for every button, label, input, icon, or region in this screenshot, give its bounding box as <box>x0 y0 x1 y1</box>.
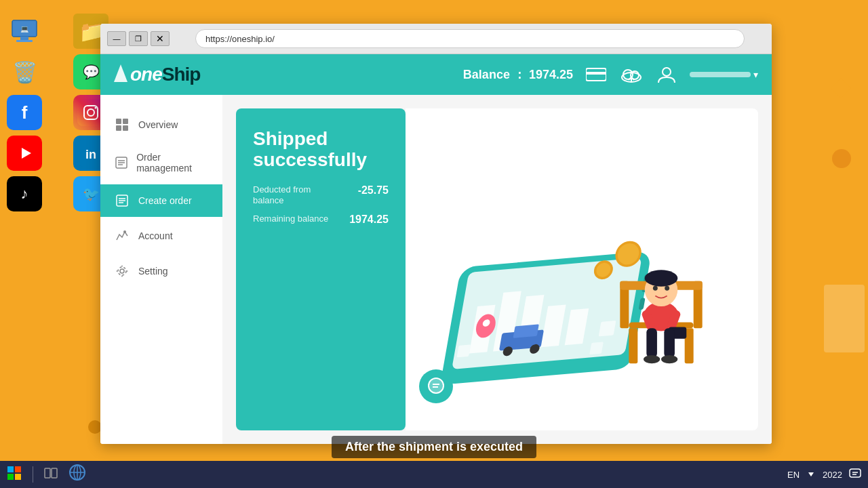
svg-marker-17 <box>114 64 127 82</box>
taskbar-right: EN 2022 <box>787 468 861 481</box>
sidebar: Overview Order management <box>100 95 222 444</box>
start-button[interactable] <box>7 466 22 484</box>
app-main: Overview Order management <box>100 95 772 444</box>
logo-text: oneShip <box>130 64 200 85</box>
sidebar-item-overview[interactable]: Overview <box>100 108 222 141</box>
deducted-row: Deducted from balance -25.75 <box>253 184 389 207</box>
user-icon[interactable] <box>654 62 679 87</box>
create-order-icon <box>114 192 130 209</box>
svg-point-12 <box>95 107 97 109</box>
success-details: Deducted from balance -25.75 Remaining b… <box>253 184 389 226</box>
svg-text:💻: 💻 <box>20 24 29 33</box>
taskview-button[interactable] <box>44 468 58 482</box>
svg-rect-61 <box>589 342 604 354</box>
browser-controls: — ❐ ✕ <box>107 31 170 46</box>
svg-rect-2 <box>20 37 28 40</box>
svg-point-71 <box>653 286 658 291</box>
browser-chrome: — ❐ ✕ https://oneship.io/ <box>100 24 772 54</box>
monitor-icon[interactable]: 💻 <box>7 14 42 49</box>
svg-rect-63 <box>629 328 637 363</box>
svg-point-38 <box>120 269 124 273</box>
deco-circle <box>832 149 851 168</box>
trash-icon[interactable]: 🗑️ <box>7 54 42 89</box>
create-order-label: Create order <box>138 195 192 206</box>
svg-rect-95 <box>850 469 861 477</box>
deducted-label: Deducted from balance <box>253 184 341 207</box>
address-bar[interactable]: https://oneship.io/ <box>195 29 745 48</box>
svg-rect-25 <box>116 119 121 124</box>
overview-icon <box>114 117 130 133</box>
svg-rect-3 <box>16 40 33 42</box>
setting-label: Setting <box>138 266 168 277</box>
taskbar: EN 2022 <box>0 461 868 488</box>
remaining-label: Remaining balance <box>253 214 328 225</box>
svg-rect-76 <box>646 328 657 357</box>
payment-icon[interactable] <box>584 62 608 87</box>
svg-rect-84 <box>7 466 14 472</box>
order-management-label: Order management <box>136 152 209 174</box>
minimize-button[interactable]: — <box>107 31 126 46</box>
svg-rect-60 <box>599 321 616 337</box>
account-label: Account <box>138 230 173 241</box>
svg-point-37 <box>123 230 126 233</box>
header-right: Balance ： 1974.25 <box>463 62 758 87</box>
overview-label: Overview <box>138 119 178 130</box>
deco-circle-bottom <box>88 420 102 434</box>
subtitle-text: After the shipment is executed <box>332 436 536 458</box>
app-header: oneShip Balance ： 1974.25 <box>100 54 772 95</box>
chat-support-button[interactable] <box>419 369 453 403</box>
deco-rect <box>824 285 865 352</box>
dropdown-bar <box>690 72 751 77</box>
browser-window: — ❐ ✕ https://oneship.io/ oneShip <box>100 24 772 444</box>
dropdown-toggle[interactable]: ▾ <box>690 69 758 80</box>
svg-rect-77 <box>664 328 675 357</box>
tiktok-icon[interactable]: ♪ <box>7 176 42 211</box>
sidebar-item-create-order[interactable]: Create order <box>100 184 222 217</box>
svg-rect-27 <box>116 125 121 131</box>
taskbar-year: 2022 <box>823 470 842 480</box>
svg-rect-28 <box>123 125 128 131</box>
taskbar-chat-icon <box>849 468 861 481</box>
svg-rect-48 <box>513 324 539 338</box>
taskbar-lang-arrow <box>806 470 816 479</box>
browser-taskbar-icon[interactable] <box>68 464 86 485</box>
taskbar-start <box>7 464 86 485</box>
svg-point-78 <box>644 355 660 363</box>
remaining-row: Remaining balance 1974.25 <box>253 214 389 226</box>
svg-rect-89 <box>52 468 57 478</box>
sidebar-item-order-management[interactable]: Order management <box>100 144 222 182</box>
taskbar-divider-1 <box>33 466 33 483</box>
illustration-area <box>406 108 758 430</box>
maximize-button[interactable]: ❐ <box>129 31 148 46</box>
cloud-icon[interactable] <box>619 62 644 87</box>
account-icon <box>114 228 130 244</box>
deducted-value: -25.75 <box>358 184 389 197</box>
svg-point-24 <box>663 68 671 76</box>
svg-text:💬: 💬 <box>83 64 100 80</box>
setting-icon <box>114 263 130 279</box>
svg-marker-94 <box>808 472 814 476</box>
taskbar-lang: EN <box>787 470 800 480</box>
facebook-icon[interactable]: f <box>7 95 42 130</box>
youtube-icon[interactable] <box>7 136 42 171</box>
order-management-icon <box>114 155 128 171</box>
svg-rect-86 <box>7 474 14 480</box>
content-area: Shipped successfully Deducted from balan… <box>222 95 772 444</box>
svg-point-39 <box>118 267 126 275</box>
desktop-icons-left: 💻 🗑️ f ♪ <box>7 14 42 211</box>
svg-text:in: in <box>85 148 96 161</box>
logo: oneShip <box>114 64 200 85</box>
svg-rect-87 <box>15 474 21 480</box>
svg-text:🐦: 🐦 <box>83 186 100 202</box>
app-content: oneShip Balance ： 1974.25 <box>100 54 772 444</box>
sidebar-item-setting[interactable]: Setting <box>100 255 222 287</box>
svg-point-72 <box>665 286 669 291</box>
success-title: Shipped successfully <box>253 129 389 171</box>
close-button[interactable]: ✕ <box>151 31 170 46</box>
sidebar-item-account[interactable]: Account <box>100 220 222 252</box>
url-text: https://oneship.io/ <box>205 34 275 44</box>
subtitle-bar: After the shipment is executed <box>0 436 868 458</box>
svg-point-79 <box>661 355 677 363</box>
svg-rect-59 <box>457 344 471 357</box>
svg-point-70 <box>645 270 678 286</box>
